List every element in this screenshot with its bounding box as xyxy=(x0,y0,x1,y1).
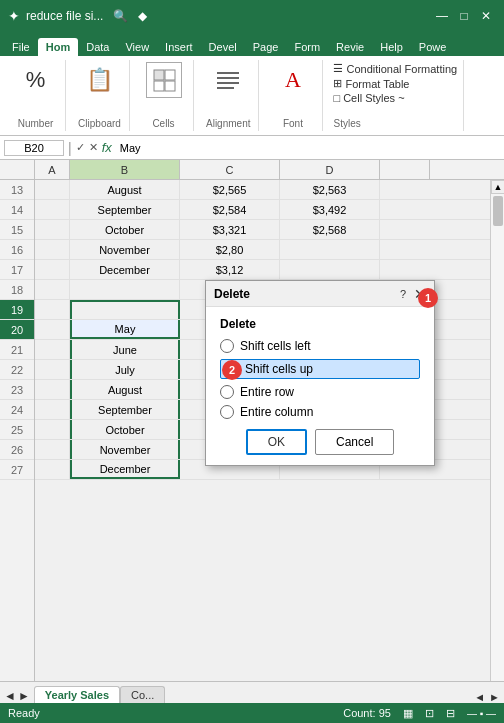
annotation-circle-1: 1 xyxy=(418,288,438,308)
right-arrow-btn[interactable]: ► xyxy=(489,691,500,703)
tab-data[interactable]: Data xyxy=(78,38,117,56)
cell-13-d[interactable]: $2,563 xyxy=(280,180,380,199)
cell-24-b[interactable]: September xyxy=(70,400,180,419)
radio-shift-left[interactable]: Shift cells left xyxy=(220,339,420,353)
cell-18-b[interactable] xyxy=(70,280,180,299)
radio-circle-entire-col[interactable] xyxy=(220,405,234,419)
cell-27-b[interactable]: December xyxy=(70,460,180,479)
cell-22-a[interactable] xyxy=(35,360,70,379)
tab-page[interactable]: Page xyxy=(245,38,287,56)
dialog-title: Delete xyxy=(214,287,250,301)
cell-15-d[interactable]: $2,568 xyxy=(280,220,380,239)
status-ready: Ready xyxy=(8,707,40,719)
fx-label: fx xyxy=(102,140,112,155)
cell-16-d[interactable] xyxy=(280,240,380,259)
col-header-b[interactable]: B xyxy=(70,160,180,179)
cell-16-b[interactable]: November xyxy=(70,240,180,259)
ribbon-group-alignment: Alignment xyxy=(198,60,259,131)
cell-23-b[interactable]: August xyxy=(70,380,180,399)
radio-circle-shift-left[interactable] xyxy=(220,339,234,353)
status-count: Count: 95 xyxy=(343,707,391,719)
cell-13-c[interactable]: $2,565 xyxy=(180,180,280,199)
cell-23-a[interactable] xyxy=(35,380,70,399)
cell-17-b[interactable]: December xyxy=(70,260,180,279)
cell-22-b[interactable]: July xyxy=(70,360,180,379)
status-view-break[interactable]: ⊟ xyxy=(446,707,455,720)
cell-styles-button[interactable]: □ Cell Styles ~ xyxy=(333,92,457,104)
cell-26-a[interactable] xyxy=(35,440,70,459)
cell-17-d[interactable] xyxy=(280,260,380,279)
cell-17-c[interactable]: $3,12 xyxy=(180,260,280,279)
search-icon[interactable]: 🔍 xyxy=(113,9,128,23)
tab-insert[interactable]: Insert xyxy=(157,38,201,56)
minimize-button[interactable]: — xyxy=(432,6,452,26)
cell-25-a[interactable] xyxy=(35,420,70,439)
tab-review[interactable]: Revie xyxy=(328,38,372,56)
cell-20-a[interactable] xyxy=(35,320,70,339)
cancel-button[interactable]: Cancel xyxy=(315,429,394,455)
tab-devel[interactable]: Devel xyxy=(201,38,245,56)
col-header-d[interactable]: D xyxy=(280,160,380,179)
cell-ref-box[interactable]: B20 xyxy=(4,140,64,156)
left-arrow-btn[interactable]: ◄ xyxy=(474,691,485,703)
cell-21-b[interactable]: June xyxy=(70,340,180,359)
cell-25-b[interactable]: October xyxy=(70,420,180,439)
radio-entire-col[interactable]: Entire column xyxy=(220,405,420,419)
tab-power[interactable]: Powe xyxy=(411,38,455,56)
status-view-layout[interactable]: ⊡ xyxy=(425,707,434,720)
maximize-button[interactable]: □ xyxy=(454,6,474,26)
cell-14-c[interactable]: $2,584 xyxy=(180,200,280,219)
cell-14-b[interactable]: September xyxy=(70,200,180,219)
radio-entire-row[interactable]: Entire row xyxy=(220,385,420,399)
clipboard-icon[interactable]: 📋 xyxy=(82,62,118,98)
radio-circle-entire-row[interactable] xyxy=(220,385,234,399)
cell-26-b[interactable]: November xyxy=(70,440,180,459)
col-header-c[interactable]: C xyxy=(180,160,280,179)
number-icon[interactable]: % xyxy=(18,62,54,98)
cell-27-a[interactable] xyxy=(35,460,70,479)
cell-14-d[interactable]: $3,492 xyxy=(280,200,380,219)
cell-15-b[interactable]: October xyxy=(70,220,180,239)
cell-21-a[interactable] xyxy=(35,340,70,359)
tab-home[interactable]: Hom xyxy=(38,38,78,56)
font-icon[interactable]: A xyxy=(275,62,311,98)
close-button[interactable]: ✕ xyxy=(476,6,496,26)
cell-15-c[interactable]: $3,321 xyxy=(180,220,280,239)
cell-19-a[interactable] xyxy=(35,300,70,319)
cell-16-a[interactable] xyxy=(35,240,70,259)
sheet-next-btn[interactable]: ► xyxy=(18,689,30,703)
cell-17-a[interactable] xyxy=(35,260,70,279)
title-bar-title: reduce file si... xyxy=(26,9,103,23)
cell-15-a[interactable] xyxy=(35,220,70,239)
formula-input[interactable] xyxy=(116,142,500,154)
cells-icon[interactable] xyxy=(146,62,182,98)
v-scrollbar[interactable]: ▲ ▼ xyxy=(490,180,504,703)
cell-13-b[interactable]: August xyxy=(70,180,180,199)
cell-13-a[interactable] xyxy=(35,180,70,199)
tab-view[interactable]: View xyxy=(117,38,157,56)
sheet-prev-btn[interactable]: ◄ xyxy=(4,689,16,703)
cell-19-b[interactable] xyxy=(70,300,180,319)
zoom-slider[interactable]: — ▪ — xyxy=(467,708,496,719)
cell-20-b[interactable]: May xyxy=(70,320,180,339)
conditional-formatting-button[interactable]: ☰ Conditional Formatting xyxy=(333,62,457,75)
cell-16-c[interactable]: $2,80 xyxy=(180,240,280,259)
alignment-icon[interactable] xyxy=(210,62,246,98)
sheet-tab-yearly-sales[interactable]: Yearly Sales xyxy=(34,686,120,703)
scroll-up-btn[interactable]: ▲ xyxy=(491,180,504,194)
tab-help[interactable]: Help xyxy=(372,38,411,56)
tab-form[interactable]: Form xyxy=(286,38,328,56)
cell-14-a[interactable] xyxy=(35,200,70,219)
status-view-normal[interactable]: ▦ xyxy=(403,707,413,720)
cell-18-a[interactable] xyxy=(35,280,70,299)
table-row: September $2,584 $3,492 xyxy=(35,200,490,220)
tab-file[interactable]: File xyxy=(4,38,38,56)
dialog-help-icon[interactable]: ? xyxy=(400,288,406,300)
col-header-a[interactable]: A xyxy=(35,160,70,179)
radio-shift-up[interactable]: Shift cells up xyxy=(220,359,420,379)
cell-24-a[interactable] xyxy=(35,400,70,419)
sheet-tab-co[interactable]: Co... xyxy=(120,686,165,703)
format-table-button[interactable]: ⊞ Format Table xyxy=(333,77,457,90)
ok-button[interactable]: OK xyxy=(246,429,307,455)
scroll-thumb[interactable] xyxy=(493,196,503,226)
